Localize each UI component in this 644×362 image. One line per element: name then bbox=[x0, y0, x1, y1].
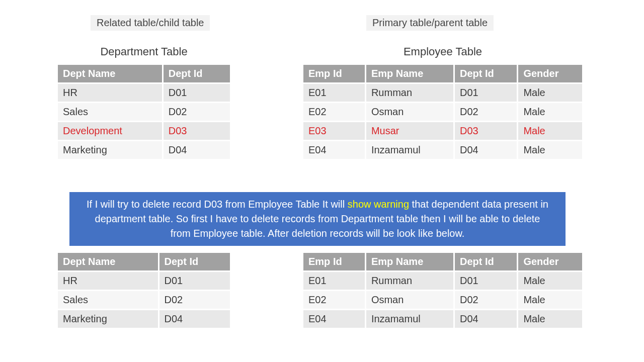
cell: Male bbox=[518, 291, 583, 310]
cell: E04 bbox=[303, 141, 366, 160]
department-table-after: Dept Name Dept Id HRD01SalesD02Marketing… bbox=[56, 251, 231, 329]
primary-table-label: Primary table/parent table bbox=[366, 15, 494, 31]
related-table-label: Related table/child table bbox=[91, 15, 210, 31]
cell: Osman bbox=[365, 103, 454, 122]
cell: Osman bbox=[365, 291, 454, 310]
callout-text-warn: show warning bbox=[348, 199, 409, 210]
cell: Inzamamul bbox=[365, 310, 454, 329]
cell: D03 bbox=[163, 122, 230, 141]
table-row: E04InzamamulD04Male bbox=[303, 141, 583, 160]
col-emp-gender: Gender bbox=[518, 64, 583, 83]
department-table-title: Department Table bbox=[56, 45, 231, 58]
cell: HR bbox=[57, 83, 163, 103]
callout-text-pre: If I will try to delete record D03 from … bbox=[87, 199, 348, 210]
table-row: HRD01 bbox=[57, 272, 231, 291]
cell: Male bbox=[518, 141, 583, 160]
cell: Rumman bbox=[365, 272, 454, 291]
col-dept-name: Dept Name bbox=[57, 64, 163, 83]
cell: E02 bbox=[303, 103, 366, 122]
col-emp-dept: Dept Id bbox=[454, 252, 517, 272]
col-dept-id: Dept Id bbox=[163, 64, 230, 83]
cell: D02 bbox=[454, 103, 517, 122]
cell: D02 bbox=[158, 291, 231, 310]
cell: Male bbox=[518, 272, 583, 291]
col-emp-name: Emp Name bbox=[365, 64, 454, 83]
table-row: MarketingD04 bbox=[57, 310, 231, 329]
cell: E03 bbox=[303, 122, 366, 141]
cell: D04 bbox=[454, 310, 517, 329]
cell: D01 bbox=[454, 272, 517, 291]
cell: D04 bbox=[454, 141, 517, 160]
cell: D04 bbox=[158, 310, 231, 329]
cell: E04 bbox=[303, 310, 366, 329]
table-row: E01RummanD01Male bbox=[303, 83, 583, 103]
cell: E01 bbox=[303, 83, 366, 103]
cell: D01 bbox=[163, 83, 230, 103]
explanation-callout: If I will try to delete record D03 from … bbox=[69, 192, 566, 246]
col-dept-id: Dept Id bbox=[158, 252, 231, 272]
cell: D03 bbox=[454, 122, 517, 141]
cell: Sales bbox=[57, 103, 163, 122]
table-row: E03MusarD03Male bbox=[303, 122, 583, 141]
cell: E01 bbox=[303, 272, 366, 291]
table-row: E01RummanD01Male bbox=[303, 272, 583, 291]
col-dept-name: Dept Name bbox=[57, 252, 159, 272]
col-emp-id: Emp Id bbox=[303, 64, 366, 83]
table-row: E02OsmanD02Male bbox=[303, 103, 583, 122]
table-row: HRD01 bbox=[57, 83, 231, 103]
cell: Marketing bbox=[57, 141, 163, 160]
table-row: MarketingD04 bbox=[57, 141, 231, 160]
employee-table-title: Employee Table bbox=[302, 45, 584, 58]
cell: Sales bbox=[57, 291, 159, 310]
cell: Male bbox=[518, 122, 583, 141]
cell: Musar bbox=[365, 122, 454, 141]
cell: D01 bbox=[158, 272, 231, 291]
table-row: E04InzamamulD04Male bbox=[303, 310, 583, 329]
cell: Marketing bbox=[57, 310, 159, 329]
table-row: SalesD02 bbox=[57, 291, 231, 310]
cell: Male bbox=[518, 103, 583, 122]
cell: D04 bbox=[163, 141, 230, 160]
col-emp-name: Emp Name bbox=[365, 252, 454, 272]
table-row: SalesD02 bbox=[57, 103, 231, 122]
department-table: Dept Name Dept Id HRD01SalesD02Developme… bbox=[56, 63, 231, 160]
col-emp-id: Emp Id bbox=[303, 252, 366, 272]
col-emp-gender: Gender bbox=[518, 252, 583, 272]
cell: Development bbox=[57, 122, 163, 141]
cell: D01 bbox=[454, 83, 517, 103]
cell: Male bbox=[518, 310, 583, 329]
employee-table: Emp Id Emp Name Dept Id Gender E01Rumman… bbox=[302, 63, 584, 160]
cell: Rumman bbox=[365, 83, 454, 103]
table-row: E02OsmanD02Male bbox=[303, 291, 583, 310]
cell: E02 bbox=[303, 291, 366, 310]
col-emp-dept: Dept Id bbox=[454, 64, 517, 83]
cell: HR bbox=[57, 272, 159, 291]
cell: D02 bbox=[454, 291, 517, 310]
cell: Inzamamul bbox=[365, 141, 454, 160]
employee-table-after: Emp Id Emp Name Dept Id Gender E01Rumman… bbox=[302, 251, 584, 329]
cell: D02 bbox=[163, 103, 230, 122]
cell: Male bbox=[518, 83, 583, 103]
table-row: DevelopmentD03 bbox=[57, 122, 231, 141]
